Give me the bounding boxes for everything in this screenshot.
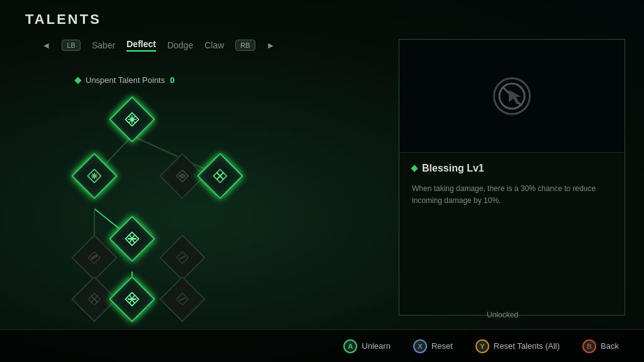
a-button-icon: A <box>343 339 357 353</box>
action-bar: A Unlearn X Reset Y Reset Talents (All) … <box>0 329 644 362</box>
reset-label: Reset <box>431 341 453 351</box>
panel-title: Blessing Lv1 <box>422 163 484 174</box>
reset-all-label: Reset Talents (All) <box>494 341 560 351</box>
panel-content: Blessing Lv1 When taking damage, there i… <box>399 153 625 217</box>
svg-line-20 <box>179 256 185 260</box>
talent-points-count: 0 <box>170 75 174 85</box>
diamond-icon <box>74 77 81 84</box>
unlearn-button[interactable]: A Unlearn <box>343 339 391 353</box>
tab-dodge[interactable]: Dodge <box>167 40 193 50</box>
reset-button[interactable]: X Reset <box>413 339 453 353</box>
x-button-icon: X <box>413 339 427 353</box>
tab-next-arrow[interactable]: ► <box>267 40 275 50</box>
back-label: Back <box>601 341 619 351</box>
unlearn-label: Unlearn <box>362 341 391 351</box>
panel-title-row: Blessing Lv1 <box>412 163 612 174</box>
tab-deflect[interactable]: Deflect <box>126 39 156 52</box>
talent-tree <box>50 88 352 327</box>
right-panel: Blessing Lv1 When taking damage, there i… <box>399 39 625 315</box>
talent-points-label: Unspent Talent Points <box>86 75 165 85</box>
no-preview-icon <box>493 77 531 115</box>
tab-prev-arrow[interactable]: ◄ <box>42 40 51 50</box>
tab-bar: ◄ LB Saber Deflect Dodge Claw RB ► <box>38 39 279 52</box>
reset-all-button[interactable]: Y Reset Talents (All) <box>475 339 560 353</box>
tab-claw[interactable]: Claw <box>204 40 224 50</box>
lb-button[interactable]: LB <box>62 40 80 51</box>
rb-button[interactable]: RB <box>235 40 255 51</box>
b-button-icon: B <box>582 339 596 353</box>
unlocked-label: Unlocked <box>487 310 518 319</box>
preview-image <box>399 40 625 153</box>
talent-points-row: Unspent Talent Points 0 <box>75 75 174 85</box>
back-button[interactable]: B Back <box>582 339 619 353</box>
y-button-icon: Y <box>475 339 489 353</box>
tab-saber[interactable]: Saber <box>92 40 115 50</box>
panel-diamond-icon <box>411 165 418 172</box>
svg-marker-29 <box>509 90 521 104</box>
page-title: TALENTS <box>25 11 101 28</box>
svg-line-26 <box>179 298 185 301</box>
panel-description: When taking damage, there is a 30% chanc… <box>412 183 612 207</box>
